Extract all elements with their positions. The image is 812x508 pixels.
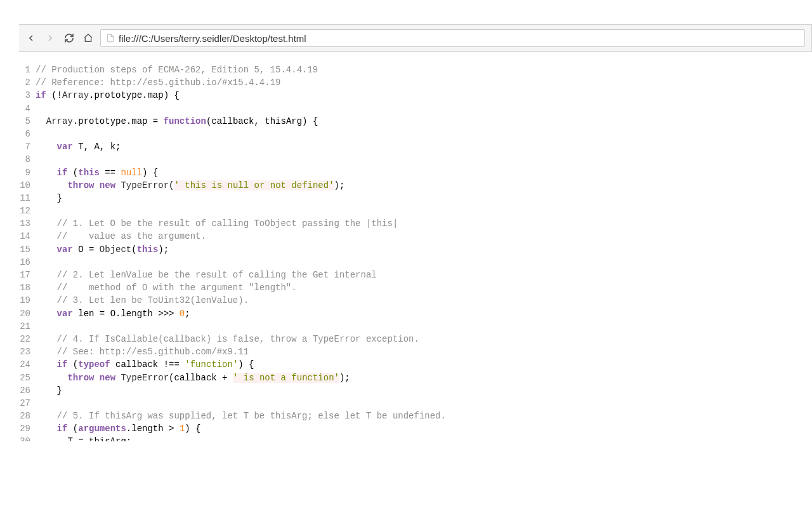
code-line: 29 if (arguments.length > 1) { [19, 422, 812, 435]
code-line: 5 Array.prototype.map = function(callbac… [19, 115, 812, 128]
address-bar[interactable]: file:///C:/Users/terry.seidler/Desktop/t… [100, 29, 805, 47]
line-content: // 1. Let O be the result of calling ToO… [36, 217, 403, 230]
line-number: 18 [19, 281, 36, 294]
code-line: 11 } [19, 192, 812, 204]
line-number: 29 [19, 422, 36, 435]
forward-button[interactable] [44, 32, 56, 44]
back-button[interactable] [25, 32, 37, 44]
url-text: file:///C:/Users/terry.seidler/Desktop/t… [119, 33, 799, 44]
code-line: 30 T = thisArg; [19, 435, 812, 441]
line-number: 6 [19, 128, 36, 140]
line-content: if (typeof callback !== 'function') { [36, 358, 254, 371]
line-content: if (arguments.length > 1) { [36, 422, 201, 435]
code-line: 19 // 3. Let len be ToUint32(lenValue). [19, 294, 812, 307]
line-number: 15 [19, 243, 36, 256]
line-content: throw new TypeError(' this is null or no… [36, 179, 344, 192]
code-line: 20 var len = O.length >>> 0; [19, 307, 812, 320]
code-body[interactable]: 1// Production steps of ECMA-262, Editio… [19, 64, 812, 444]
line-number: 4 [19, 102, 36, 115]
line-number: 5 [19, 115, 36, 128]
line-content: // value as the argument. [36, 230, 206, 243]
line-number: 9 [19, 166, 36, 179]
home-button[interactable] [82, 32, 94, 44]
line-content: Array.prototype.map = function(callback,… [36, 115, 318, 128]
line-number: 7 [19, 140, 36, 153]
line-content: // See: http://es5.github.com/#x9.11 [36, 345, 249, 358]
line-number: 27 [19, 397, 36, 410]
line-number: 2 [19, 76, 36, 89]
line-content: var len = O.length >>> 0; [36, 307, 190, 320]
code-line: 3if (!Array.prototype.map) { [19, 89, 812, 102]
line-number: 10 [19, 179, 36, 192]
code-line: 2// Reference: http://es5.github.io/#x15… [19, 76, 812, 89]
code-line: 10 throw new TypeError(' this is null or… [19, 179, 812, 192]
line-content: if (!Array.prototype.map) { [36, 89, 180, 102]
line-content: // method of O with the argument "length… [36, 281, 297, 294]
code-line: 7 var T, A, k; [19, 140, 812, 153]
code-line: 28 // 5. If thisArg was supplied, let T … [19, 410, 812, 422]
line-number: 1 [19, 64, 36, 76]
line-number: 13 [19, 217, 36, 230]
line-number: 14 [19, 230, 36, 243]
code-line: 6 [19, 128, 812, 140]
line-number: 30 [19, 435, 36, 441]
line-content: // Production steps of ECMA-262, Edition… [36, 64, 318, 76]
code-line: 27 [19, 397, 812, 410]
line-number: 8 [19, 153, 36, 166]
line-number: 20 [19, 307, 36, 320]
code-line: 15 var O = Object(this); [19, 243, 812, 256]
file-icon [106, 33, 115, 43]
line-content: throw new TypeError(callback + ' is not … [36, 371, 350, 384]
line-content: // Reference: http://es5.github.io/#x15.… [36, 76, 280, 89]
code-area: 1// Production steps of ECMA-262, Editio… [19, 64, 812, 444]
line-content: var T, A, k; [36, 140, 121, 153]
line-number: 3 [19, 89, 36, 102]
line-content: // 4. If IsCallable(callback) is false, … [36, 333, 424, 345]
line-number: 12 [19, 204, 36, 217]
code-line: 12 [19, 204, 812, 217]
code-line: 18 // method of O with the argument "len… [19, 281, 812, 294]
nav-buttons [25, 32, 94, 44]
code-line: 8 [19, 153, 812, 166]
line-number: 28 [19, 410, 36, 422]
browser-toolbar: file:///C:/Users/terry.seidler/Desktop/t… [19, 24, 812, 52]
line-number: 22 [19, 333, 36, 345]
line-content: if (this == null) { [36, 166, 158, 179]
code-line: 26 } [19, 384, 812, 397]
code-line: 17 // 2. Let lenValue be the result of c… [19, 269, 812, 281]
line-number: 16 [19, 256, 36, 269]
line-content: T = thisArg; [36, 435, 131, 441]
code-line: 21 [19, 320, 812, 333]
line-content: // 5. If thisArg was supplied, let T be … [36, 410, 446, 422]
code-line: 23 // See: http://es5.github.com/#x9.11 [19, 345, 812, 358]
line-number: 23 [19, 345, 36, 358]
line-content: // 2. Let lenValue be the result of call… [36, 269, 382, 281]
code-line: 16 [19, 256, 812, 269]
line-content: // 3. Let len be ToUint32(lenValue). [36, 294, 249, 307]
line-content: } [36, 384, 62, 397]
line-number: 21 [19, 320, 36, 333]
code-line: 25 throw new TypeError(callback + ' is n… [19, 371, 812, 384]
code-line: 14 // value as the argument. [19, 230, 812, 243]
code-line: 22 // 4. If IsCallable(callback) is fals… [19, 333, 812, 345]
code-line: 4 [19, 102, 812, 115]
line-number: 25 [19, 371, 36, 384]
line-content: var O = Object(this); [36, 243, 169, 256]
code-line: 13 // 1. Let O be the result of calling … [19, 217, 812, 230]
reload-button[interactable] [63, 32, 75, 44]
line-number: 17 [19, 269, 36, 281]
code-line: 1// Production steps of ECMA-262, Editio… [19, 64, 812, 76]
code-line: 24 if (typeof callback !== 'function') { [19, 358, 812, 371]
line-number: 26 [19, 384, 36, 397]
line-number: 11 [19, 192, 36, 204]
line-number: 24 [19, 358, 36, 371]
line-content: } [36, 192, 62, 204]
line-number: 19 [19, 294, 36, 307]
code-line: 9 if (this == null) { [19, 166, 812, 179]
